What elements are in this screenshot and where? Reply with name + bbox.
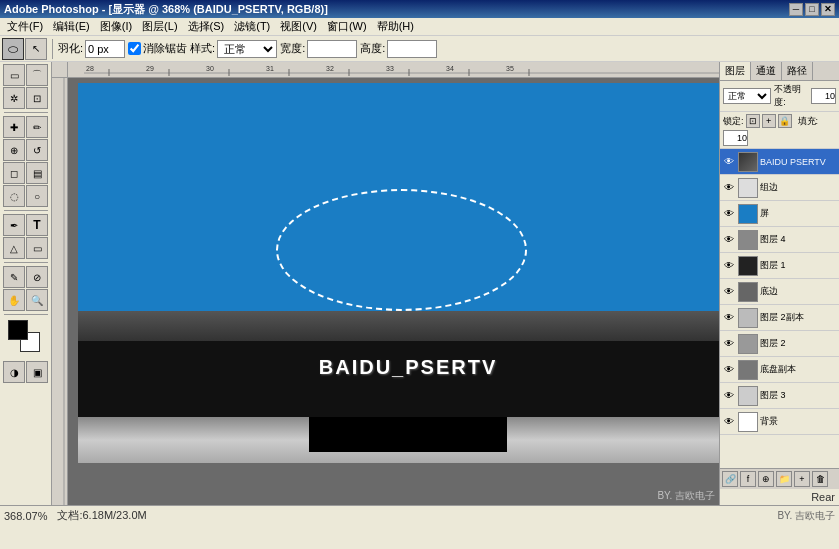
menu-window[interactable]: 窗口(W) xyxy=(322,18,372,35)
menu-select[interactable]: 选择(S) xyxy=(183,18,230,35)
add-style-btn[interactable]: f xyxy=(740,471,756,487)
style-label: 样式: xyxy=(190,41,215,56)
link-layers-btn[interactable]: 🔗 xyxy=(722,471,738,487)
maximize-button[interactable]: □ xyxy=(805,3,819,16)
path-tool[interactable]: △ xyxy=(3,237,25,259)
marquee-tool[interactable]: ▭ xyxy=(3,64,25,86)
text-tool[interactable]: T xyxy=(26,214,48,236)
canvas-scroll[interactable]: BAIDU_PSERTV BY. 吉欧电子 xyxy=(52,78,719,505)
menu-filter[interactable]: 滤镜(T) xyxy=(229,18,275,35)
eye-icon-1[interactable]: 👁 xyxy=(722,259,736,273)
brush-tool[interactable]: ✏ xyxy=(26,116,48,138)
layer-item-2[interactable]: 👁 图层 2 xyxy=(720,331,839,357)
tab-channels[interactable]: 通道 xyxy=(751,62,782,80)
eye-icon-baidu[interactable]: 👁 xyxy=(722,155,736,169)
delete-layer-btn[interactable]: 🗑 xyxy=(812,471,828,487)
quick-mask-tool[interactable]: ◑ xyxy=(3,361,25,383)
gradient-tool[interactable]: ▤ xyxy=(26,162,48,184)
svg-text:30: 30 xyxy=(206,65,214,72)
width-input[interactable] xyxy=(307,40,357,58)
lock-label: 锁定: xyxy=(723,115,744,128)
menu-edit[interactable]: 编辑(E) xyxy=(48,18,95,35)
layer-item-1[interactable]: 👁 图层 1 xyxy=(720,253,839,279)
healing-tool[interactable]: ✚ xyxy=(3,116,25,138)
antialias-checkbox[interactable] xyxy=(128,42,141,55)
eye-icon-2[interactable]: 👁 xyxy=(722,337,736,351)
opacity-input[interactable] xyxy=(811,88,836,104)
fill-input[interactable] xyxy=(723,130,748,146)
layer-item-dipancopy[interactable]: 👁 底盘副本 xyxy=(720,357,839,383)
layer-item-screen[interactable]: 👁 屏 xyxy=(720,201,839,227)
layer-gray xyxy=(78,311,719,341)
width-label: 宽度: xyxy=(280,41,305,56)
layer-item-border[interactable]: 👁 组边 xyxy=(720,175,839,201)
layer-item-4[interactable]: 👁 图层 4 xyxy=(720,227,839,253)
hand-tool[interactable]: ✋ xyxy=(3,289,25,311)
layer-item-dibo[interactable]: 👁 底边 xyxy=(720,279,839,305)
layer-item-2copy[interactable]: 👁 图层 2副本 xyxy=(720,305,839,331)
blend-mode-select[interactable]: 正常 xyxy=(723,88,771,104)
layer-item-3[interactable]: 👁 图层 3 xyxy=(720,383,839,409)
menu-view[interactable]: 视图(V) xyxy=(275,18,322,35)
layer-item-bg[interactable]: 👁 背景 xyxy=(720,409,839,435)
crop-tool[interactable]: ⊡ xyxy=(26,87,48,109)
feather-input[interactable] xyxy=(85,40,125,58)
eraser-tool[interactable]: ◻ xyxy=(3,162,25,184)
eye-icon-3[interactable]: 👁 xyxy=(722,389,736,403)
history-tool[interactable]: ↺ xyxy=(26,139,48,161)
color-swatches[interactable] xyxy=(8,320,44,356)
close-button[interactable]: ✕ xyxy=(821,3,835,16)
tab-layers[interactable]: 图层 xyxy=(720,62,751,80)
mask-btn[interactable]: ⊕ xyxy=(758,471,774,487)
lasso-tool[interactable]: ⌒ xyxy=(26,64,48,86)
new-group-btn[interactable]: 📁 xyxy=(776,471,792,487)
layers-options: 正常 不透明度: xyxy=(720,81,839,112)
lock-pixels-btn[interactable]: ⊡ xyxy=(746,114,760,128)
notes-tool[interactable]: ✎ xyxy=(3,266,25,288)
toolbar: ⬭ ↖ 羽化: 消除锯齿 样式: 正常 宽度: 高度: xyxy=(0,36,839,62)
thumb-screen xyxy=(738,204,758,224)
dodge-tool[interactable]: ○ xyxy=(26,185,48,207)
eye-icon-dibo[interactable]: 👁 xyxy=(722,285,736,299)
layers-options2: 锁定: ⊡ + 🔒 填充: xyxy=(720,112,839,149)
magic-wand-tool[interactable]: ✲ xyxy=(3,87,25,109)
eyedropper-tool[interactable]: ⊘ xyxy=(26,266,48,288)
eye-icon-screen[interactable]: 👁 xyxy=(722,207,736,221)
layer-item-baidu[interactable]: 👁 BAIDU PSERTV xyxy=(720,149,839,175)
style-select[interactable]: 正常 xyxy=(217,40,277,58)
eye-icon-border[interactable]: 👁 xyxy=(722,181,736,195)
eye-icon-bg[interactable]: 👁 xyxy=(722,415,736,429)
clone-tool[interactable]: ⊕ xyxy=(3,139,25,161)
thumb-dibo xyxy=(738,282,758,302)
menu-file[interactable]: 文件(F) xyxy=(2,18,48,35)
menu-image[interactable]: 图像(I) xyxy=(95,18,137,35)
ruler-corner xyxy=(52,62,68,78)
eye-icon-4[interactable]: 👁 xyxy=(722,233,736,247)
lock-all-btn[interactable]: 🔒 xyxy=(778,114,792,128)
tool-divider-2 xyxy=(4,210,48,211)
foreground-color[interactable] xyxy=(8,320,28,340)
tool-row-7: ✒ T xyxy=(3,214,48,236)
new-layer-btn[interactable]: + xyxy=(794,471,810,487)
zoom-status: 368.07% xyxy=(4,510,47,522)
menu-layer[interactable]: 图层(L) xyxy=(137,18,182,35)
menu-help[interactable]: 帮助(H) xyxy=(372,18,419,35)
tab-paths[interactable]: 路径 xyxy=(782,62,813,80)
height-input[interactable] xyxy=(387,40,437,58)
minimize-button[interactable]: ─ xyxy=(789,3,803,16)
tool-arrow[interactable]: ↖ xyxy=(25,38,47,60)
svg-text:32: 32 xyxy=(326,65,334,72)
opacity-label: 不透明度: xyxy=(774,83,808,109)
canvas-area: 28 29 30 31 32 33 34 35 xyxy=(52,62,719,505)
lock-position-btn[interactable]: + xyxy=(762,114,776,128)
eye-icon-2copy[interactable]: 👁 xyxy=(722,311,736,325)
pen-tool[interactable]: ✒ xyxy=(3,214,25,236)
thumb-3 xyxy=(738,386,758,406)
blur-tool[interactable]: ◌ xyxy=(3,185,25,207)
ellipse-select-tool[interactable]: ⬭ xyxy=(2,38,24,60)
canvas-wrapper[interactable]: BAIDU_PSERTV BY. 吉欧电子 xyxy=(68,78,719,505)
screen-mode-tool[interactable]: ▣ xyxy=(26,361,48,383)
shape-tool[interactable]: ▭ xyxy=(26,237,48,259)
eye-icon-dipancopy[interactable]: 👁 xyxy=(722,363,736,377)
zoom-tool[interactable]: 🔍 xyxy=(26,289,48,311)
